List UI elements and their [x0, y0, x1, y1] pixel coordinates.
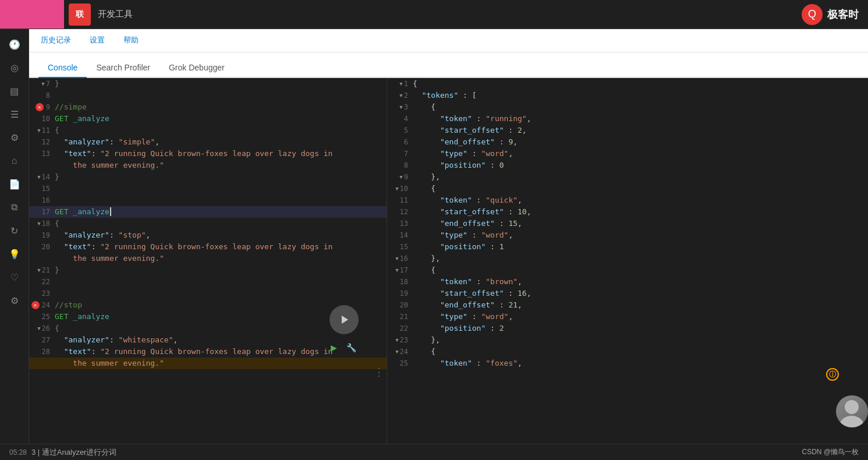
json-linenum-13: 13 [389, 218, 413, 229]
play-small-button[interactable]: ▶ [327, 341, 340, 354]
json-result-editor[interactable]: ▼1 { ▼2 "tokens" : [ ▼3 { [387, 78, 868, 444]
brand-icon: Q [802, 4, 823, 25]
json-linenum-25: 25 [389, 358, 413, 369]
json-line-25: 25 "token" : "foxes", [387, 358, 868, 369]
app-title: 开发工具 [98, 9, 133, 20]
json-line-6: 6 "end_offset" : 9, [387, 136, 868, 148]
json-line-18: 18 "token" : "brown", [387, 276, 868, 288]
code-line-13: 13 "text": "2 running Quick brown-foxes … [29, 148, 387, 160]
json-linenum-5: 5 [389, 125, 413, 136]
code-line-19: 19 "analyzer": "stop", [29, 229, 387, 241]
line-num-18: ▼18 [31, 218, 55, 229]
json-linenum-9: ▼9 [389, 171, 413, 183]
json-content-1: { [413, 78, 866, 90]
line-num-24: ✕24 [31, 299, 55, 311]
line-content-20b: the summer evening." [55, 253, 384, 264]
code-line-17: 17 GET _analyze [29, 206, 387, 218]
code-line-8: 8 [29, 90, 387, 101]
line-num-20: 20 [31, 241, 55, 253]
svg-marker-1 [25, 12, 34, 22]
line-num-9: ✕9 [31, 101, 55, 113]
csdn-watermark: CSDN @懒鸟一枚 [802, 447, 859, 457]
json-line-10: ▼10 { [387, 183, 868, 194]
json-line-16: ▼16 }, [387, 253, 868, 264]
line-num-11: ▼11 [31, 125, 55, 136]
top-bar-right: Q 极客时 [802, 4, 868, 25]
sidebar-icon-copy[interactable]: ⧉ [4, 197, 25, 218]
tab-search-profiler[interactable]: Search Profiler [87, 58, 160, 78]
json-line-11: 11 "token" : "quick", [387, 194, 868, 206]
info-circle-icon[interactable]: ⓘ [826, 368, 839, 381]
json-linenum-8: 8 [389, 160, 413, 171]
line-content-19: "analyzer": "stop", [55, 229, 384, 241]
code-line-12: 12 "analyzer": "simple", [29, 136, 387, 148]
bottom-bar: 05:28 3 | 通过Analyzer进行分词 CSDN @懒鸟一枚 [0, 444, 868, 460]
bottom-timestamp: 05:28 [9, 448, 27, 457]
line-num-22: 22 [31, 276, 55, 288]
json-linenum-11: 11 [389, 194, 413, 206]
line-content-13: "text": "2 running Quick brown-foxes lea… [55, 148, 384, 160]
code-line-14: ▼14 } [29, 171, 387, 183]
line-content-11: { [55, 125, 384, 136]
json-content-14: "type" : "word", [413, 229, 866, 241]
json-line-7: 7 "type" : "word", [387, 148, 868, 160]
json-line-2: ▼2 "tokens" : [ [387, 90, 868, 101]
json-linenum-20: 20 [389, 299, 413, 311]
sidebar-icon-document[interactable]: 📄 [4, 174, 25, 194]
nav-help[interactable]: 帮助 [121, 29, 141, 52]
bottom-cn-text: 3 | 通过Analyzer进行分词 [27, 447, 802, 458]
error-icon-9: ✕ [36, 103, 44, 111]
sidebar-icon-dashboard[interactable]: ▤ [4, 80, 25, 101]
tab-console[interactable]: Console [38, 58, 87, 78]
json-line-9: ▼9 }, [387, 171, 868, 183]
play-button-main[interactable] [330, 305, 359, 334]
sidebar-icon-home[interactable]: ⌂ [4, 150, 25, 171]
json-content-11: "token" : "quick", [413, 194, 866, 206]
code-editor[interactable]: ▼7 } 8 ✕9 //simpe [29, 78, 387, 444]
json-linenum-19: 19 [389, 288, 413, 299]
line-num-7: ▼7 [31, 78, 55, 90]
content-area: 历史记录 设置 帮助 Console Search Profiler Grok … [29, 29, 868, 444]
json-linenum-7: 7 [389, 148, 413, 160]
user-photo-avatar [836, 395, 868, 427]
json-linenum-3: ▼3 [389, 101, 413, 113]
line-num-10: 10 [31, 113, 55, 125]
line-num-14: ▼14 [31, 171, 55, 183]
code-line-20: 20 "text": "2 running Quick brown-foxes … [29, 241, 387, 253]
wrench-button[interactable]: 🔧 [345, 341, 357, 354]
json-content-15: "position" : 1 [413, 241, 866, 253]
sidebar-icon-gear[interactable]: ⚙ [4, 290, 25, 311]
tabs-bar: Console Search Profiler Grok Debugger [29, 52, 868, 78]
line-num-16: 16 [31, 194, 55, 206]
divider-dots: ⋮ [371, 363, 387, 381]
kibana-logo [0, 0, 64, 29]
sidebar-icon-list[interactable]: ☰ [4, 104, 25, 125]
json-content-6: "end_offset" : 9, [413, 136, 866, 148]
line-num-15: 15 [31, 183, 55, 194]
line-content-14: } [55, 171, 384, 183]
code-line-20b: the summer evening." [29, 253, 387, 264]
sidebar-icon-clock[interactable]: 🕐 [4, 34, 25, 55]
line-content-10: GET _analyze [55, 113, 384, 125]
json-content-3: { [413, 101, 866, 113]
user-avatar[interactable]: 联 [69, 3, 91, 26]
sidebar-icon-refresh[interactable]: ↻ [4, 220, 25, 241]
brand-name: 极客时 [827, 8, 859, 22]
line-num-26: ▼26 [31, 323, 55, 334]
json-line-5: 5 "start_offset" : 2, [387, 125, 868, 136]
nav-history[interactable]: 历史记录 [38, 29, 73, 52]
json-linenum-6: 6 [389, 136, 413, 148]
json-linenum-23: ▼23 [389, 334, 413, 346]
json-linenum-16: ▼16 [389, 253, 413, 264]
sidebar-icon-heart[interactable]: ♡ [4, 267, 25, 288]
json-content-12: "start_offset" : 10, [413, 206, 866, 218]
json-content-16: }, [413, 253, 866, 264]
nav-settings[interactable]: 设置 [87, 29, 107, 52]
tab-grok-debugger[interactable]: Grok Debugger [160, 58, 234, 78]
code-line-21: ▼21 } [29, 264, 387, 276]
sidebar-icon-bulb[interactable]: 💡 [4, 243, 25, 264]
sidebar-icon-settings[interactable]: ⚙ [4, 127, 25, 148]
json-content-23: }, [413, 334, 866, 346]
json-line-1: ▼1 { [387, 78, 868, 90]
sidebar-icon-compass[interactable]: ◎ [4, 57, 25, 78]
